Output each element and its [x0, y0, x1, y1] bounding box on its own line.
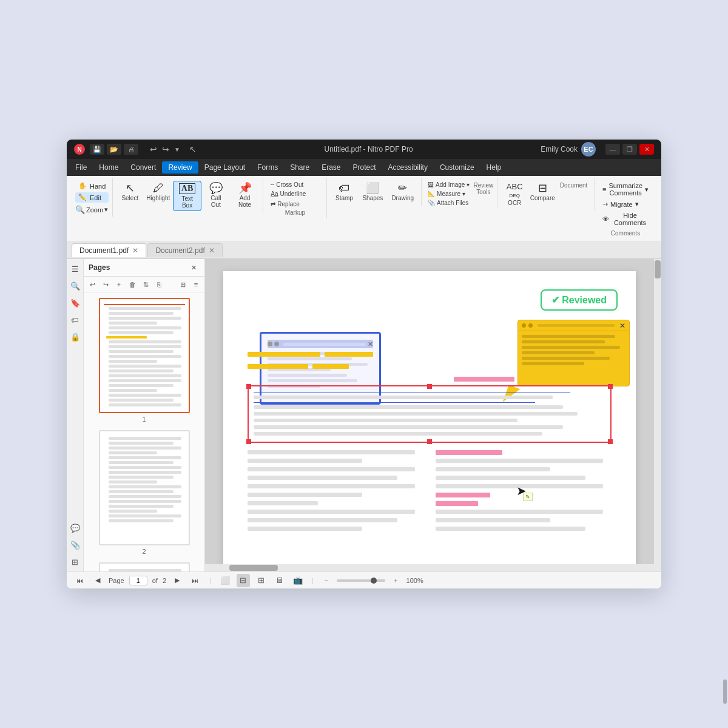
menu-home[interactable]: Home — [93, 161, 124, 174]
tab-document2[interactable]: Document2.pdf ✕ — [147, 243, 222, 257]
scrollbar-v[interactable] — [654, 259, 661, 571]
page-redo-button[interactable]: ↪ — [99, 278, 112, 291]
shapes-tool-button[interactable]: ⬜ Shapes — [359, 181, 386, 203]
hide-comments-button[interactable]: 👁 Hide Comments — [599, 211, 652, 228]
selection-handle-tm — [427, 384, 432, 389]
measure-button[interactable]: 📐 Measure ▾ — [425, 190, 472, 198]
sidebar-comment-icon[interactable]: 💬 — [68, 521, 83, 535]
menu-forms[interactable]: Forms — [251, 161, 284, 174]
blue-ann-close[interactable]: ✕ — [368, 340, 373, 348]
next-page-button[interactable]: ▶ — [171, 575, 183, 585]
textbox-tool-button[interactable]: AB Text Box — [173, 181, 201, 211]
compare-tool-button[interactable]: ⊟ Compare — [529, 181, 556, 203]
last-page-button[interactable]: ⏭ — [188, 576, 202, 585]
pages-panel-close-button[interactable]: ✕ — [187, 261, 200, 274]
menu-pagelayout[interactable]: Page Layout — [198, 161, 251, 174]
selection-handle-bm — [427, 439, 432, 444]
page-move-button[interactable]: ⇅ — [140, 278, 152, 291]
hand-tool-button[interactable]: ✋ Hand — [75, 181, 109, 191]
view-single-page[interactable]: ⬜ — [218, 574, 232, 587]
page-undo-button[interactable]: ↩ — [86, 278, 98, 291]
zoom-slider[interactable] — [337, 579, 385, 582]
status-separator-2: | — [312, 577, 314, 584]
menu-share[interactable]: Share — [284, 161, 315, 174]
quick-access-open[interactable]: 📂 — [107, 144, 121, 155]
addimage-button[interactable]: 🖼 Add Image ▾ — [425, 181, 472, 189]
page-thumb-3[interactable]: 3 — [89, 562, 200, 571]
view-fit-width[interactable]: ⊟ — [237, 574, 250, 587]
sidebar-bookmark-icon[interactable]: 🔖 — [68, 295, 83, 310]
menu-review[interactable]: Review — [162, 161, 198, 174]
zoom-in-button[interactable]: + — [390, 576, 401, 585]
sidebar-grid-icon[interactable]: ⊞ — [68, 554, 83, 569]
yellow-highlight-row — [248, 350, 612, 359]
menu-convert[interactable]: Convert — [124, 161, 162, 174]
restore-button[interactable]: ❐ — [622, 144, 637, 155]
menu-customize[interactable]: Customize — [434, 161, 480, 174]
sidebar-tag-icon[interactable]: 🏷 — [68, 312, 83, 327]
summarize-comments-button[interactable]: ≡ Summarize Comments ▾ — [599, 181, 652, 198]
page-add-button[interactable]: + — [113, 278, 125, 291]
page-view-option1[interactable]: ⊞ — [177, 278, 189, 291]
attachfiles-button[interactable]: 📎 Attach Files — [425, 199, 472, 207]
doc-page: ✔ Reviewed ✕ — [223, 271, 636, 571]
menu-accessibility[interactable]: Accessibility — [382, 161, 434, 174]
user-avatar[interactable]: EC — [581, 142, 596, 157]
redo-button[interactable]: ↪ — [160, 144, 171, 154]
page-number-input[interactable] — [129, 576, 147, 585]
sidebar-pages-icon[interactable]: ☰ — [68, 261, 83, 276]
menu-help[interactable]: Help — [480, 161, 508, 174]
selection-handle-tr — [608, 384, 613, 389]
tab1-close-button[interactable]: ✕ — [132, 246, 138, 255]
yellow-ann-close[interactable]: ✕ — [619, 322, 625, 330]
undo-dropdown[interactable]: ▼ — [172, 144, 182, 154]
menu-protect[interactable]: Protect — [347, 161, 382, 174]
scrollbar-h[interactable] — [205, 564, 654, 571]
sidebar-attach-icon[interactable]: 📎 — [68, 538, 83, 552]
page-thumb-1[interactable]: 1 — [89, 298, 200, 423]
page-thumb-2[interactable]: 2 — [89, 430, 200, 555]
addnote-tool-button[interactable]: 📌 Add Note — [231, 181, 259, 210]
tab-document1[interactable]: Document1.pdf ✕ — [72, 243, 146, 257]
select-tool-button[interactable]: ↖ Select — [116, 181, 143, 203]
measure-dropdown-icon: ▾ — [462, 190, 465, 197]
view-screen[interactable]: 🖥 — [273, 574, 286, 587]
menu-file[interactable]: File — [69, 161, 93, 174]
migrate-button[interactable]: ⇢ Migrate ▾ — [599, 199, 652, 209]
sidebar-lock-icon[interactable]: 🔒 — [68, 329, 83, 344]
minimize-button[interactable]: — — [605, 144, 620, 155]
underline-button[interactable]: Aa Underline — [268, 190, 308, 198]
page-copy-button[interactable]: ⎘ — [153, 278, 165, 291]
view-two-page[interactable]: ⊞ — [255, 574, 268, 587]
replace-button[interactable]: ⇄ Replace — [268, 200, 302, 208]
zoom-out-button[interactable]: − — [321, 576, 332, 585]
view-present[interactable]: 📺 — [291, 574, 305, 587]
doc-area[interactable]: ✔ Reviewed ✕ — [205, 259, 661, 571]
callout-tool-button[interactable]: 💬 Call Out — [203, 181, 229, 210]
cursor-button[interactable]: ↖ — [189, 144, 197, 154]
drawing-tool-button[interactable]: ✏ Drawing — [388, 181, 417, 203]
highlight-tool-button[interactable]: 🖊 Highlight — [144, 181, 172, 203]
menu-erase[interactable]: Erase — [315, 161, 346, 174]
quick-access-print[interactable]: 🖨 — [124, 144, 138, 155]
zoom-dropdown-icon[interactable]: ▾ — [104, 206, 108, 214]
first-page-button[interactable]: ⏮ — [73, 576, 87, 585]
quick-access-save[interactable]: 💾 — [90, 144, 104, 155]
app-window: N 💾 📂 🖨 ↩ ↪ ▼ ↖ Untitled.pdf - Nitro PDF… — [67, 140, 661, 588]
sidebar-search-icon[interactable]: 🔍 — [68, 278, 83, 293]
stamp-tool-button[interactable]: 🏷 Stamp — [331, 181, 357, 203]
prev-page-button[interactable]: ◀ — [92, 575, 104, 585]
crossout-button[interactable]: ╌ Cross Out — [268, 181, 306, 189]
stamp-shapes-group: 🏷 Stamp ⬜ Shapes ✏ Drawing — [327, 178, 422, 206]
underline-icon: Aa — [271, 190, 278, 197]
pink-highlight-1 — [454, 377, 514, 382]
page-delete-button[interactable]: 🗑 — [126, 278, 138, 291]
page-view-option2[interactable]: ≡ — [190, 278, 202, 291]
document-section-label: Document — [557, 182, 590, 189]
ocr-tool-button[interactable]: ABCDEQ OCR — [501, 181, 528, 208]
content-line — [248, 450, 415, 454]
close-button[interactable]: ✕ — [639, 144, 654, 155]
edit-tool-button[interactable]: ✏️ Edit — [75, 192, 109, 203]
undo-button[interactable]: ↩ — [148, 144, 159, 154]
tab2-close-button[interactable]: ✕ — [209, 246, 215, 255]
